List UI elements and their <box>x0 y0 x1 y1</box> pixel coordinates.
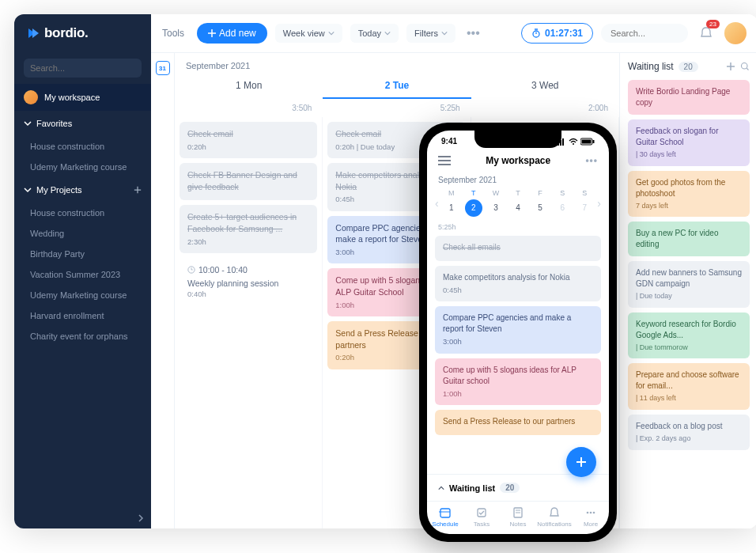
phone-day[interactable]: S7 <box>573 189 595 217</box>
day-header[interactable]: 1 Mon <box>175 74 323 99</box>
day-header[interactable]: 3 Wed <box>471 74 619 99</box>
workspace-avatar <box>24 90 38 104</box>
plus-icon[interactable] <box>134 186 142 194</box>
sidebar-item[interactable]: Harvard enrollment <box>14 305 151 326</box>
waiting-card[interactable]: Keyword research for Bordio Google Ads..… <box>628 312 750 359</box>
phone-tab-tasks[interactable]: Tasks <box>463 506 500 528</box>
phone-tab-more[interactable]: More <box>573 506 609 528</box>
phone-task-card[interactable]: Make competitors analysis for Nokia0:45h <box>435 266 601 301</box>
phone-mockup: 9:41 My workspace ••• September 2021 ‹M1… <box>419 123 617 542</box>
search-icon[interactable] <box>740 62 750 71</box>
phone-day[interactable]: M1 <box>440 189 463 217</box>
tab-icon <box>475 506 488 519</box>
phone-day[interactable]: F5 <box>529 189 551 217</box>
phone-month: September 2021 <box>427 172 609 187</box>
phone-task-card[interactable]: Send a Press Release to our partners <box>435 410 601 435</box>
toolbar: Tools Add new Week view Today Filters ••… <box>151 14 756 53</box>
day-hours: 5:25h <box>323 99 471 117</box>
view-select[interactable]: Week view <box>275 24 342 43</box>
day-header[interactable]: 2 Tue <box>323 74 471 99</box>
phone-tab-schedule[interactable]: Schedule <box>427 506 463 528</box>
task-card[interactable]: Create 5+ target audiences in Facebook f… <box>180 205 317 253</box>
chevron-down-icon <box>384 30 391 36</box>
task-card[interactable]: Check FB Banner Design and give feedback <box>180 163 317 200</box>
projects-toggle[interactable]: My Projects <box>14 177 151 203</box>
sidebar-item[interactable]: Wedding <box>14 223 151 244</box>
top-search[interactable] <box>601 24 688 43</box>
phone-add-button[interactable] <box>566 447 596 477</box>
chevron-right-icon[interactable]: › <box>595 197 603 210</box>
chevron-down-icon <box>441 30 448 36</box>
svg-point-8 <box>742 63 748 70</box>
notif-badge: 23 <box>706 20 720 28</box>
clock-icon <box>187 266 195 274</box>
filters-button[interactable]: Filters <box>406 24 455 43</box>
waiting-card[interactable]: Buy a new PC for video editing <box>628 222 750 256</box>
timer[interactable]: 01:27:31 <box>521 23 593 44</box>
day-column[interactable]: Check email0:20hCheck FB Banner Design a… <box>175 117 323 528</box>
chevron-left-icon[interactable]: ‹ <box>433 197 440 210</box>
phone-task-card[interactable]: Come up with 5 slogans ideas for ALP Gui… <box>435 358 601 405</box>
sidebar-item[interactable]: House construction <box>14 203 151 223</box>
logo: bordio. <box>14 14 151 52</box>
sidebar: bordio. My workspace Favorites House con… <box>14 14 151 528</box>
workspace-selector[interactable]: My workspace <box>14 84 151 111</box>
month-label: September 2021 <box>175 53 619 70</box>
tools-label[interactable]: Tools <box>162 28 184 39</box>
phone-header: My workspace ••• <box>427 149 609 172</box>
chevron-down-icon <box>24 119 32 127</box>
svg-point-26 <box>593 512 595 514</box>
svg-rect-20 <box>478 509 486 517</box>
phone-tab-notes[interactable]: Notes <box>500 506 536 528</box>
tab-icon <box>584 506 597 519</box>
user-avatar[interactable] <box>724 22 747 44</box>
day-hours: 3:50h <box>175 99 323 117</box>
plus-icon[interactable] <box>726 62 735 71</box>
sidebar-item[interactable]: Birthday Party <box>14 244 151 264</box>
waiting-list-panel: Waiting list 20 Write Bordio Landing Pag… <box>619 53 756 528</box>
chevron-down-icon <box>24 186 32 194</box>
waiting-card[interactable]: Get good photos from the photoshoot7 day… <box>628 171 750 218</box>
waiting-count: 20 <box>679 62 698 72</box>
phone-day[interactable]: T4 <box>507 189 529 217</box>
phone-day[interactable]: T2 <box>463 189 485 217</box>
task-card[interactable]: 10:00 - 10:40Weekly planning session0:40… <box>180 258 317 306</box>
favorites-toggle[interactable]: Favorites <box>14 111 151 136</box>
more-icon[interactable]: ••• <box>585 155 598 166</box>
phone-tab-notifications[interactable]: Notifications <box>536 506 573 528</box>
phone-day[interactable]: S6 <box>551 189 573 217</box>
svg-point-24 <box>587 512 589 514</box>
sidebar-item[interactable]: Udemy Marketing course <box>14 157 151 177</box>
phone-task-card[interactable]: Compare PPC agencies and make a report f… <box>435 306 601 353</box>
plus-icon <box>575 456 588 468</box>
more-icon[interactable]: ••• <box>463 26 483 40</box>
phone-waiting-toggle[interactable]: Waiting list 20 <box>427 474 609 501</box>
waiting-card[interactable]: Feedback on slogan for Guitar School| 30… <box>628 119 750 166</box>
add-new-button[interactable]: Add new <box>197 23 267 44</box>
today-button[interactable]: Today <box>350 24 399 43</box>
phone-day[interactable]: W3 <box>485 189 507 217</box>
sidebar-item[interactable]: House construction <box>14 136 151 157</box>
notifications-button[interactable]: 23 <box>696 23 716 44</box>
waiting-card[interactable]: Prepare and choose software for email...… <box>628 363 750 410</box>
svg-rect-13 <box>562 138 564 146</box>
sidebar-item[interactable]: Vacation Summer 2023 <box>14 264 151 285</box>
tab-icon <box>439 506 452 519</box>
phone-day-strip[interactable]: ‹M1T2W3T4F5S6S7› <box>427 187 609 218</box>
sidebar-search[interactable] <box>24 59 142 78</box>
calendar-icon[interactable]: 31 <box>156 61 170 75</box>
svg-point-14 <box>573 143 574 145</box>
sidebar-item[interactable]: Charity event for orphans <box>14 326 151 347</box>
menu-icon[interactable] <box>438 156 451 165</box>
sidebar-search-input[interactable] <box>30 63 139 73</box>
waiting-card[interactable]: Feedback on a blog post| Exp. 2 days ago <box>628 415 750 450</box>
task-card[interactable]: Check email0:20h <box>180 122 317 158</box>
sidebar-item[interactable]: Udemy Marketing course <box>14 285 151 305</box>
tab-icon <box>512 506 524 519</box>
svg-rect-17 <box>593 140 595 143</box>
phone-task-list[interactable]: Check all emailsMake competitors analysi… <box>427 236 609 474</box>
waiting-card[interactable]: Add new banners to Samsung GDN campaign|… <box>628 261 750 308</box>
phone-task-card[interactable]: Check all emails <box>435 236 601 261</box>
chevron-right-icon[interactable] <box>137 514 145 522</box>
waiting-card[interactable]: Write Bordio Landing Page copy <box>628 80 750 115</box>
